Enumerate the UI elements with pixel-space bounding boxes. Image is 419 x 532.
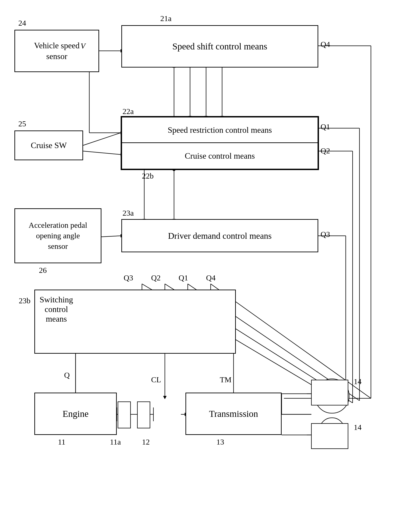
acceleration-pedal-label: Acceleration pedalopening anglesensor [29, 220, 87, 252]
switching-control-label: Switchingcontrolmeans [39, 295, 73, 324]
engine-label: Engine [63, 408, 88, 419]
speed-restriction-label: Speed restriction control means [168, 125, 272, 135]
label-Q-output: Q [64, 371, 70, 379]
vehicle-speed-sensor-label: Vehicle speedsensor [34, 40, 80, 62]
svg-line-30 [99, 236, 121, 237]
cruise-sw-label: Cruise SW [31, 141, 67, 150]
diagram-lines [0, 0, 419, 532]
ref-21a: 21a [160, 14, 171, 23]
driver-demand-box: Driver demand control means [121, 219, 318, 252]
ref-23b: 23b [19, 297, 30, 305]
label-V: V [81, 42, 85, 50]
switching-control-box: Switchingcontrolmeans [34, 290, 236, 354]
transmission-label: Transmission [209, 408, 258, 419]
svg-rect-77 [311, 424, 348, 449]
svg-marker-55 [163, 396, 167, 399]
ref-12: 12 [142, 438, 150, 446]
ref-26: 26 [39, 266, 47, 275]
label-Q4-above-switch: Q4 [206, 273, 216, 282]
svg-rect-73 [137, 402, 150, 428]
cruise-control-label: Cruise control means [185, 151, 255, 161]
ref-11: 11 [58, 438, 65, 446]
cruise-control-box: Cruise control means [121, 143, 318, 169]
ref-23a: 23a [122, 209, 134, 218]
ref-22a: 22a [122, 107, 134, 116]
ref-11a: 11a [110, 438, 121, 446]
svg-line-24 [83, 133, 121, 145]
label-Q2-above-switch: Q2 [151, 273, 161, 282]
label-CL: CL [151, 376, 161, 384]
diagram: Vehicle speedsensor Speed shift control … [0, 0, 419, 532]
ref-13: 13 [216, 438, 224, 446]
speed-restriction-box: Speed restriction control means [121, 117, 318, 143]
speed-shift-control-label: Speed shift control means [172, 41, 267, 52]
label-Q3-right: Q3 [321, 230, 330, 239]
engine-box: Engine [34, 393, 117, 435]
label-Q1-above-switch: Q1 [179, 273, 188, 282]
ref-24: 24 [18, 19, 26, 27]
label-TM: TM [220, 376, 232, 384]
speed-shift-control-box: Speed shift control means [121, 25, 318, 67]
label-22b: 22b [142, 172, 154, 180]
driver-demand-label: Driver demand control means [168, 231, 272, 241]
label-Q3-above-switch: Q3 [124, 273, 133, 282]
label-Q2-right: Q2 [321, 146, 330, 155]
ref-14-top: 14 [354, 377, 362, 386]
vehicle-speed-sensor-box: Vehicle speedsensor [14, 30, 99, 72]
svg-rect-72 [118, 402, 131, 428]
label-Q1-right: Q1 [321, 122, 330, 131]
cruise-sw-box: Cruise SW [14, 130, 83, 160]
transmission-box: Transmission [185, 393, 282, 435]
label-Q4-right: Q4 [321, 40, 330, 49]
svg-line-26 [83, 151, 121, 155]
ref-14-bottom: 14 [354, 423, 362, 432]
ref-25: 25 [18, 119, 26, 128]
svg-rect-76 [311, 380, 348, 405]
acceleration-pedal-box: Acceleration pedalopening anglesensor [14, 208, 101, 263]
